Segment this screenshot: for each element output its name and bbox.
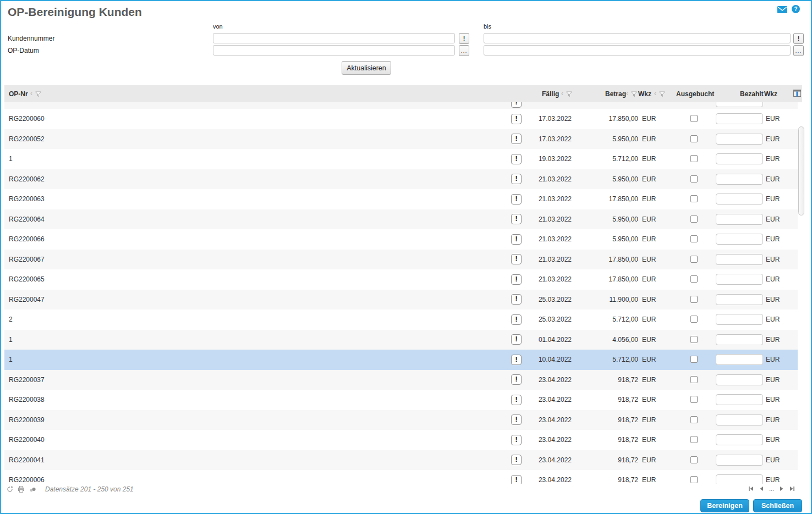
column-header-bezahlt[interactable]: Bezahlt	[740, 90, 764, 98]
op-datum-bis-input[interactable]	[484, 45, 791, 56]
table-row[interactable]: RG2200060 ! 17.03.2022 17.850,00 EUR EUR	[4, 109, 798, 129]
column-header-faellig[interactable]: Fällig	[542, 90, 559, 98]
bezahlt-input[interactable]	[716, 254, 763, 265]
table-row[interactable]: 1 ! 10.04.2022 5.712,00 EUR EUR	[4, 350, 798, 370]
bereinigen-button[interactable]: Bereinigen	[700, 499, 749, 512]
ausgebucht-checkbox[interactable]	[690, 436, 698, 443]
filter-funnel-icon[interactable]	[631, 91, 637, 99]
ausgebucht-checkbox[interactable]	[690, 135, 698, 142]
kundennummer-von-input[interactable]	[213, 33, 455, 43]
op-datum-von-input[interactable]	[213, 45, 455, 56]
sort-icon[interactable]: ‹	[561, 90, 563, 97]
ausgebucht-checkbox[interactable]	[690, 275, 698, 283]
table-row[interactable]: RG2200066 ! 21.03.2022 5.950,00 EUR EUR	[4, 229, 798, 250]
column-header-bezahlt-wkz[interactable]: Wkz	[764, 90, 777, 98]
vertical-scrollbar[interactable]	[798, 103, 805, 484]
ausgebucht-checkbox[interactable]	[690, 155, 698, 162]
ausgebucht-checkbox[interactable]	[690, 115, 698, 122]
ausgebucht-checkbox[interactable]	[690, 356, 698, 363]
scrollbar-thumb[interactable]	[798, 126, 804, 215]
bezahlt-input[interactable]	[716, 394, 763, 405]
aktualisieren-button[interactable]: Aktualisieren	[342, 61, 391, 75]
table-row[interactable]: 1 ! 01.04.2022 4.056,00 EUR EUR	[4, 330, 798, 350]
sort-icon[interactable]: ‹	[30, 90, 32, 97]
table-row[interactable]: RG2200041 ! 23.04.2022 918,72 EUR EUR	[4, 450, 798, 471]
table-row[interactable]: RG2200067 ! 21.03.2022 17.850,00 EUR EUR	[4, 250, 798, 270]
table-row[interactable]: RG2200062 ! 21.03.2022 5.950,00 EUR EUR	[4, 169, 798, 190]
table-row[interactable]: RG2200038 ! 23.04.2022 918,72 EUR EUR	[4, 390, 798, 410]
print-icon[interactable]	[18, 486, 25, 493]
kundennummer-bis-input[interactable]	[484, 33, 791, 43]
table-row[interactable]: 2 ! 25.03.2022 5.712,00 EUR EUR	[4, 309, 798, 330]
kundennummer-bis-picker-button[interactable]: !	[793, 33, 804, 44]
table-row[interactable]: RG2200065 ! 21.03.2022 17.850,00 EUR EUR	[4, 269, 798, 290]
bezahlt-input[interactable]	[716, 113, 763, 124]
kundennummer-von-picker-button[interactable]: !	[459, 33, 469, 44]
filter-funnel-icon[interactable]	[659, 91, 665, 99]
ausgebucht-checkbox[interactable]	[690, 416, 698, 423]
table-row[interactable]: RG2200063 ! 21.03.2022 17.850,00 EUR EUR	[4, 189, 798, 209]
table-row[interactable]: RG2200006 ! 23.04.2022 918,72 EUR EUR	[4, 470, 798, 484]
bezahlt-input[interactable]	[716, 474, 763, 484]
ausgebucht-checkbox[interactable]	[690, 296, 698, 303]
bezahlt-input[interactable]	[716, 234, 763, 245]
ausgebucht-checkbox[interactable]	[690, 476, 698, 483]
bezahlt-input[interactable]	[716, 374, 763, 385]
refresh-icon[interactable]	[7, 486, 13, 493]
bezahlt-input[interactable]	[716, 174, 763, 185]
bezahlt-input[interactable]	[716, 194, 763, 205]
table-row[interactable]: RG2200047 ! 25.03.2022 11.900,00 EUR EUR	[4, 290, 798, 310]
last-page-button[interactable]	[789, 486, 795, 491]
ausgebucht-checkbox[interactable]	[690, 256, 698, 263]
ausgebucht-checkbox[interactable]	[690, 336, 698, 343]
bezahlt-input[interactable]	[716, 434, 763, 445]
page-ellipsis[interactable]: ...	[769, 486, 774, 491]
filter-funnel-icon[interactable]	[35, 91, 41, 99]
bezahlt-input[interactable]	[716, 102, 763, 107]
table-row[interactable]: RG2200052 ! 17.03.2022 5.950,00 EUR EUR	[4, 129, 798, 150]
column-header-betrag[interactable]: Betrag	[605, 90, 626, 98]
table-row[interactable]: RG2200064 ! 21.03.2022 5.950,00 EUR EUR	[4, 209, 798, 230]
filter-funnel-icon[interactable]	[566, 91, 572, 99]
ausgebucht-checkbox[interactable]	[690, 215, 698, 223]
next-page-button[interactable]	[779, 486, 784, 491]
first-page-button[interactable]	[748, 486, 754, 491]
column-header-ausgebucht[interactable]: Ausgebucht	[676, 90, 714, 98]
bezahlt-input[interactable]	[716, 134, 763, 145]
column-header-op-nr[interactable]: OP-Nr	[9, 90, 28, 98]
table-row[interactable]: RG2200040 ! 23.04.2022 918,72 EUR EUR	[4, 430, 798, 450]
bezahlt-input[interactable]	[716, 414, 763, 425]
row-detail-button[interactable]: !	[511, 102, 522, 108]
op-datum-bis-picker-button[interactable]: ...	[793, 45, 804, 56]
bezahlt-input[interactable]	[716, 334, 763, 345]
ausgebucht-checkbox[interactable]	[690, 376, 698, 383]
ausgebucht-checkbox[interactable]	[690, 195, 698, 202]
column-header-wkz[interactable]: Wkz	[638, 90, 651, 98]
bezahlt-input[interactable]	[716, 314, 763, 325]
bezahlt-input[interactable]	[716, 455, 763, 466]
table-row[interactable]: 1 ! 19.03.2022 5.712,00 EUR EUR	[4, 149, 798, 169]
bezahlt-input[interactable]	[716, 294, 763, 305]
bezahlt-input[interactable]	[716, 354, 763, 365]
mail-icon[interactable]	[777, 5, 787, 15]
previous-page-button[interactable]	[759, 486, 764, 491]
schliessen-button[interactable]: Schließen	[753, 499, 802, 512]
sort-icon[interactable]: ‹	[654, 90, 656, 97]
ausgebucht-checkbox[interactable]	[690, 456, 698, 463]
ausgebucht-checkbox[interactable]	[690, 175, 698, 183]
op-datum-von-picker-button[interactable]: ...	[459, 45, 469, 56]
bezahlt-input[interactable]	[716, 153, 763, 164]
table-row[interactable]: RG2200039 ! 23.04.2022 918,72 EUR EUR	[4, 410, 798, 430]
column-chooser-icon[interactable]	[793, 90, 801, 98]
help-icon[interactable]: ?	[792, 5, 800, 13]
ausgebucht-checkbox[interactable]	[690, 235, 698, 242]
records-icon[interactable]	[29, 486, 36, 493]
bezahlt-wkz-cell: EUR	[766, 416, 780, 424]
sort-icon[interactable]: ‹	[626, 90, 628, 97]
table-row-partial[interactable]: !	[4, 102, 798, 109]
bezahlt-input[interactable]	[716, 214, 763, 225]
bezahlt-input[interactable]	[716, 274, 763, 285]
table-row[interactable]: RG2200037 ! 23.04.2022 918,72 EUR EUR	[4, 370, 798, 390]
ausgebucht-checkbox[interactable]	[690, 396, 698, 403]
ausgebucht-checkbox[interactable]	[690, 316, 698, 323]
